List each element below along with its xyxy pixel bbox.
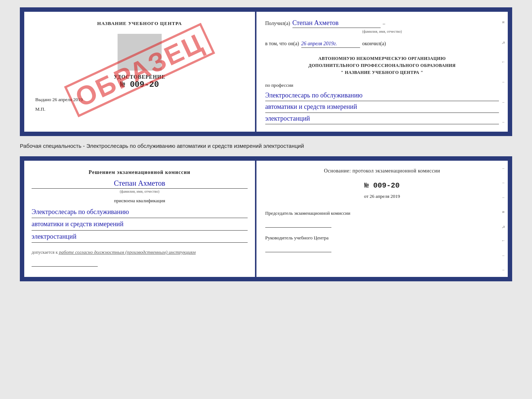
professiya-block-top: по профессии Электрослесарь по обслужива… — [265, 82, 499, 125]
poluchil-row: Получил(а) Степан Ахметов – — [265, 19, 499, 28]
top-doc-right: Получил(а) Степан Ахметов – (фамилия, им… — [256, 12, 508, 132]
person-name-top: Степан Ахметов — [292, 19, 381, 28]
udostoverenie-label: УДОСТОВЕРЕНИЕ — [32, 74, 248, 80]
okonchil-label: окончил(а) — [362, 41, 386, 47]
completion-date: 26 апреля 2019г. — [301, 41, 360, 48]
right-side-decorations-top: и ,а ← – – – — [499, 12, 508, 132]
deco-dash3: – — [502, 120, 504, 124]
udostoverenie-number: № 009-20 — [32, 80, 248, 89]
prof-line2-top: автоматики и средств измерений — [265, 101, 499, 113]
deco-dash-b5: – — [502, 267, 504, 272]
bottom-doc-left: Решением экзаменационной комиссии Степан… — [24, 161, 256, 277]
top-doc-left: НАЗВАНИЕ УЧЕБНОГО ЦЕНТРА УДОСТОВЕРЕНИЕ №… — [24, 12, 256, 132]
top-document: НАЗВАНИЕ УЧЕБНОГО ЦЕНТРА УДОСТОВЕРЕНИЕ №… — [20, 7, 512, 136]
udostoverenie-block: УДОСТОВЕРЕНИЕ № 009-20 — [32, 74, 248, 89]
po-professii-label: по профессии — [265, 82, 499, 88]
deco-i: и — [502, 19, 504, 24]
vydano-line: Выдано 26 апреля 2019 — [32, 97, 248, 103]
right-side-decorations-bottom: – – – и ,а ← – – — [499, 161, 508, 277]
deco-dash1: – — [502, 79, 504, 84]
signature-line-predsedatel — [265, 227, 331, 228]
deco-dash-b4: – — [502, 253, 504, 257]
rukovoditel-label: Руководитель учебного Центра — [265, 235, 329, 241]
ot-label: от — [364, 193, 369, 199]
deco-dash-b1: – — [502, 166, 504, 170]
prof-line1-top: Электрослесарь по обслуживанию — [265, 90, 499, 101]
org-line1: АВТОНОМНУЮ НЕКОММЕРЧЕСКУЮ ОРГАНИЗАЦИЮ — [265, 55, 499, 62]
protocol-number-bottom: № 009-20 — [265, 181, 499, 190]
org-line3: " НАЗВАНИЕ УЧЕБНОГО ЦЕНТРА " — [265, 69, 499, 76]
caption-text: Рабочая специальность - Электрослесарь п… — [20, 142, 512, 150]
photo-placeholder — [118, 34, 162, 71]
deco-arrow-b: ← — [501, 238, 505, 243]
person-name-bottom: Степан Ахметов — [32, 179, 248, 189]
org-line2: ДОПОЛНИТЕЛЬНОГО ПРОФЕССИОНАЛЬНОГО ОБРАЗО… — [265, 62, 499, 69]
vydano-date: 26 апреля 2019 — [53, 97, 83, 102]
dash-top: – — [383, 21, 385, 26]
qual-line3: электростанций — [32, 231, 248, 243]
bottom-doc-right: Основание: протокол экзаменационной коми… — [256, 161, 508, 277]
deco-dash-b2: – — [502, 180, 504, 185]
ot-date: от 26 апреля 2019 — [265, 193, 499, 199]
deco-a: ,а — [502, 40, 505, 44]
deco-i-b: и — [502, 209, 504, 214]
qual-line2: автоматики и средств измерений — [32, 218, 248, 230]
dopuskaetsya-label: допускается к — [32, 250, 58, 255]
fio-hint-top: (фамилия, имя, отчество) — [265, 29, 499, 33]
deco-a-b: ,а — [502, 224, 505, 228]
dopuskaetsya-text: работе согласно должностным (производств… — [59, 249, 195, 255]
deco-arrow: ← — [501, 60, 505, 64]
prisvoena-label: присвоена квалификация — [32, 198, 248, 204]
bottom-document: Решением экзаменационной комиссии Степан… — [20, 156, 512, 281]
protocol-date: 26 апреля 2019 — [370, 193, 400, 199]
poluchil-label: Получил(а) — [265, 21, 290, 26]
osnovanie-title: Основание: протокол экзаменационной коми… — [265, 168, 499, 174]
org-block: АВТОНОМНУЮ НЕКОММЕРЧЕСКУЮ ОРГАНИЗАЦИЮ ДО… — [265, 55, 499, 76]
vtom-label: в том, что он(а) — [265, 41, 299, 47]
fio-hint-bottom: (фамилия, имя, отчество) — [32, 189, 248, 193]
deco-dash-b3: – — [502, 195, 504, 199]
vtom-row: в том, что он(а) 26 апреля 2019г. окончи… — [265, 41, 499, 48]
qual-line1: Электрослесарь по обслуживанию — [32, 206, 248, 218]
caption-label: Рабочая специальность - Электрослесарь п… — [20, 143, 304, 149]
deco-dash2: – — [502, 100, 504, 104]
prof-line3-top: электростанций — [265, 113, 499, 125]
dopuskaetsya-block: допускается к работе согласно должностны… — [32, 249, 248, 255]
rukovoditel-block: Руководитель учебного Центра — [265, 235, 499, 252]
vydano-label: Выдано — [35, 97, 51, 102]
predsedatel-label: Председатель экзаменационной комиссии — [265, 210, 351, 216]
chairman-block: Председатель экзаменационной комиссии — [265, 210, 499, 228]
signature-line-bottom-left — [32, 266, 98, 267]
training-center-title-top: НАЗВАНИЕ УЧЕБНОГО ЦЕНТРА — [32, 21, 248, 26]
resheniem-title: Решением экзаменационной комиссии — [32, 170, 248, 175]
mp-line: М.П. — [32, 106, 248, 112]
signature-line-rukovoditel — [265, 252, 331, 252]
